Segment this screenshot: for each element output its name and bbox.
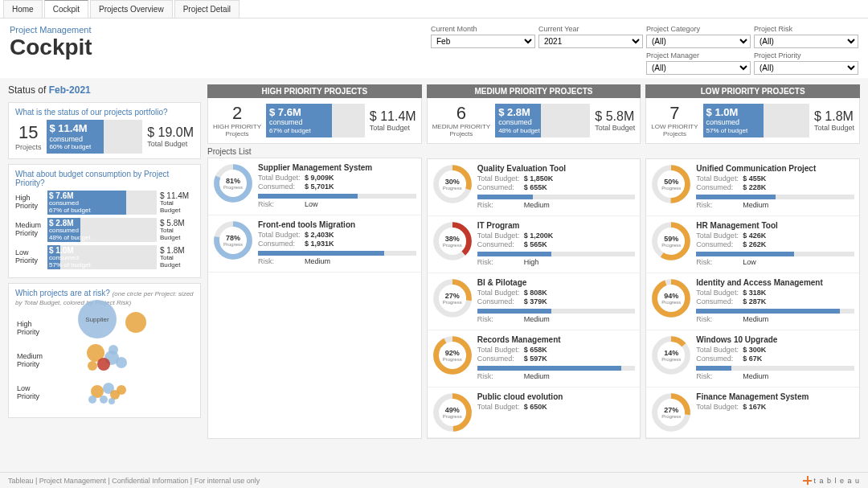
progress-donut: 38%Progress	[432, 221, 473, 261]
priority-row[interactable]: High Priority$ 7.6Mconsumed67% of budget…	[15, 191, 194, 215]
project-item[interactable]: 14%ProgressWindows 10 UpgradeTotal Budge…	[646, 330, 859, 388]
filter-current-year: Current Year2021	[538, 25, 643, 48]
filter-project-priority: Project Priority(All)	[754, 51, 858, 75]
status-line: Status of Feb-2021	[8, 84, 201, 96]
project-list: 30%ProgressQuality Evaluation ToolTotal …	[427, 158, 641, 439]
project-bubble[interactable]	[100, 396, 108, 404]
progress-donut: 27%Progress	[432, 278, 473, 318]
project-bubble[interactable]	[116, 357, 127, 368]
project-bubble[interactable]	[125, 312, 146, 333]
portfolio-question: What is the status of our projects portf…	[15, 108, 194, 117]
project-item[interactable]: 27%ProgressFinance Management SystemTota…	[646, 388, 859, 438]
project-bubble[interactable]: Supplier	[78, 300, 117, 338]
priority-column: LOW PRIORITY PROJECTS7LOW PRIORITYProjec…	[645, 84, 860, 439]
project-item[interactable]: 78%ProgressFront-end tools MigrationTota…	[208, 215, 421, 273]
bubble-row: Low Priority	[17, 377, 192, 409]
priority-column: HIGH PRIORITY PROJECTS2HIGH PRIORITYProj…	[207, 84, 422, 439]
tableau-logo[interactable]: t a b l e a u	[803, 476, 860, 485]
progress-donut: 50%Progress	[651, 164, 691, 204]
priority-column: MEDIUM PRIORITY PROJECTS6MEDIUM PRIORITY…	[427, 84, 641, 439]
tab-home[interactable]: Home	[3, 0, 43, 18]
page-subtitle: Project Management	[10, 25, 92, 35]
priority-row[interactable]: Medium Priority$ 2.8Mconsumed48% of budg…	[15, 218, 194, 242]
priority-row[interactable]: Low Priority$ 1.0Mconsumed57% of budget$…	[15, 245, 194, 269]
progress-donut: 81%Progress	[213, 163, 253, 203]
project-bubble[interactable]	[108, 345, 118, 355]
project-bubble[interactable]	[108, 398, 115, 404]
filter-select[interactable]: (All)	[754, 35, 858, 48]
project-item[interactable]: 94%ProgressIdentity and Access Managemen…	[646, 273, 859, 330]
tab-projects-overview[interactable]: Projects Overview	[90, 0, 173, 18]
bubble-row: Medium Priority	[17, 345, 192, 377]
project-item[interactable]: 59%ProgressHR Management ToolTotal Budge…	[646, 216, 859, 273]
tab-bar: HomeCockpitProjects OverviewProject Deta…	[0, 0, 868, 18]
portfolio-bar[interactable]: $ 11.4M consumed 60% of budget	[47, 120, 143, 154]
portfolio-card: What is the status of our projects portf…	[8, 102, 201, 159]
project-bubble[interactable]	[117, 385, 126, 395]
filter-project-category: Project Category(All)	[646, 25, 751, 48]
column-budget-bar[interactable]: $ 7.6Mconsumed67% of budget	[266, 104, 365, 137]
progress-donut: 30%Progress	[432, 164, 473, 204]
project-bubble[interactable]	[88, 361, 97, 371]
project-list: 50%ProgressUnified Communication Project…	[645, 158, 860, 439]
tab-project-detail[interactable]: Project Detail	[174, 0, 240, 18]
priority-budget-card: What about budget consumption by Project…	[8, 164, 201, 278]
filter-current-month: Current MonthFeb	[431, 25, 535, 48]
project-item[interactable]: 30%ProgressQuality Evaluation ToolTotal …	[428, 159, 641, 216]
progress-donut: 92%Progress	[432, 335, 473, 375]
filter-project-risk: Project Risk(All)	[754, 25, 858, 48]
progress-donut: 94%Progress	[651, 278, 691, 318]
project-item[interactable]: 49%ProgressPublic cloud evolutionTotal B…	[428, 388, 641, 438]
tab-cockpit[interactable]: Cockpit	[44, 0, 88, 18]
tableau-icon	[803, 476, 812, 485]
column-header: LOW PRIORITY PROJECTS	[645, 84, 860, 98]
project-bubble[interactable]	[97, 358, 110, 371]
column-header: MEDIUM PRIORITY PROJECTS	[427, 84, 641, 98]
filter-project-manager: Project Manager(All)	[646, 51, 751, 75]
project-bubble[interactable]	[88, 396, 96, 404]
progress-donut: 59%Progress	[651, 221, 691, 261]
column-header: HIGH PRIORITY PROJECTS	[207, 84, 422, 98]
project-item[interactable]: 81%ProgressSupplier Management SystemTot…	[208, 158, 421, 215]
progress-donut: 49%Progress	[432, 392, 473, 433]
header: Project Management Cockpit Current Month…	[0, 18, 868, 78]
project-item[interactable]: 38%ProgressIT ProgramTotal Budget:$ 1,20…	[428, 216, 641, 273]
progress-donut: 27%Progress	[651, 392, 691, 433]
progress-donut: 14%Progress	[651, 335, 691, 375]
filter-select[interactable]: (All)	[754, 61, 858, 75]
risk-card: Which projects are at risk? (one circle …	[8, 283, 201, 418]
project-item[interactable]: 50%ProgressUnified Communication Project…	[646, 159, 859, 216]
filter-grid: Current MonthFebCurrent Year2021Project …	[431, 25, 858, 75]
portfolio-count: 15	[15, 122, 42, 143]
project-item[interactable]: 92%ProgressRecords ManagementTotal Budge…	[428, 330, 641, 388]
bubble-row: High PrioritySupplier	[17, 313, 192, 345]
filter-select[interactable]: Feb	[431, 35, 535, 48]
filter-select[interactable]: (All)	[646, 35, 751, 48]
filter-select[interactable]: (All)	[646, 61, 751, 75]
progress-donut: 78%Progress	[213, 220, 253, 260]
footer: Tableau | Project Management | Confident…	[0, 472, 868, 488]
column-budget-bar[interactable]: $ 1.0Mconsumed57% of budget	[703, 104, 809, 137]
page-title: Cockpit	[10, 35, 92, 60]
project-list: 81%ProgressSupplier Management SystemTot…	[207, 158, 422, 439]
column-budget-bar[interactable]: $ 2.8Mconsumed48% of budget	[495, 104, 590, 137]
project-item[interactable]: 27%ProgressBI & PilotageTotal Budget:$ 8…	[428, 273, 641, 330]
filter-select[interactable]: 2021	[538, 35, 643, 48]
